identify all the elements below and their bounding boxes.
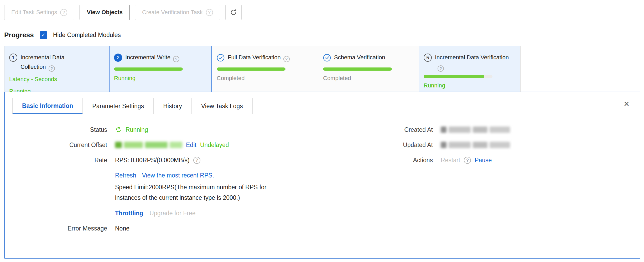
module-cards: 1 Incremental Data Collection? Latency -… [4,46,521,97]
view-recent-rps-link[interactable]: View the most recent RPS. [142,171,214,180]
refresh-icon [230,9,237,16]
create-verification-task-label: Create Verification Task [142,9,203,16]
hide-completed-label: Hide Completed Modules [53,32,121,39]
help-icon[interactable]: ? [206,9,213,16]
tab-bar: Basic Information Parameter Settings His… [13,98,640,114]
upgrade-for-free-label: Upgrade for Free [149,209,195,218]
rate-value: RPS: 0.00RPS/(0.000MB/s) [115,156,190,165]
create-verification-task-button[interactable]: Create Verification Task ? [135,5,220,20]
detail-panel: × Basic Information Parameter Settings H… [4,92,640,259]
step-number-badge: 5 [424,54,432,62]
refresh-rps-link[interactable]: Refresh [115,171,136,180]
check-icon: ✓ [41,32,45,38]
module-title: Incremental Data Verification? [435,53,516,72]
redacted-created-at [441,127,510,133]
progress-bar [114,67,183,71]
module-status: Completed [323,74,414,83]
help-icon[interactable]: ? [438,65,444,72]
tab-view-task-logs[interactable]: View Task Logs [191,98,253,114]
current-offset-label: Current Offset [5,140,107,149]
error-message-row: Error Message None [5,224,333,233]
restart-action[interactable]: Restart [441,156,460,165]
module-card-incremental-data-verification[interactable]: 5 Incremental Data Verification? Running [419,46,521,97]
progress-heading: Progress [4,31,34,39]
module-card-incremental-data-collection[interactable]: 1 Incremental Data Collection? Latency -… [4,46,109,97]
view-objects-label: View Objects [87,9,123,16]
refresh-button[interactable] [225,5,242,20]
step-number-badge: 2 [114,54,122,62]
actions-row: Actions Restart ? Pause [333,156,640,165]
close-icon[interactable]: × [622,99,631,109]
view-objects-button[interactable]: View Objects [80,5,130,20]
help-icon[interactable]: ? [193,157,200,164]
module-card-schema-verification[interactable]: Schema Verification Completed [318,46,419,97]
tab-history[interactable]: History [153,98,192,114]
progress-bar [424,75,492,78]
module-latency: Latency - Seconds [9,75,104,84]
progress-bar [323,67,392,71]
status-row: Status Running [5,125,333,134]
module-title: Incremental Write? [125,53,179,62]
basic-information-content: Status Running Current Offset [5,125,640,239]
created-at-label: Created At [333,125,433,134]
help-icon[interactable]: ? [283,56,290,62]
module-card-full-data-verification[interactable]: Full Data Verification? Completed [212,46,318,97]
created-at-row: Created At [333,125,640,134]
help-icon[interactable]: ? [60,9,67,16]
offset-delay-status: Undelayed [200,140,229,149]
module-title: Schema Verification [334,53,385,62]
status-label: Status [5,125,107,134]
help-icon[interactable]: ? [464,157,471,164]
redacted-updated-at [441,142,510,148]
module-card-incremental-write[interactable]: 2 Incremental Write? Running [109,46,212,97]
completed-check-icon [217,54,225,62]
rate-label: Rate [5,156,107,165]
module-status: Completed [217,74,313,83]
rate-row: Rate RPS: 0.00RPS/(0.000MB/s) ? Refresh … [5,156,333,218]
redacted-offset-value [115,142,182,148]
sync-icon [115,126,122,133]
module-title: Incremental Data Collection? [20,53,86,72]
current-offset-row: Current Offset Edit Undelayed [5,140,333,149]
dts-task-page: Edit Task Settings ? View Objects Create… [0,0,644,262]
progress-bar [217,67,285,71]
throttling-link[interactable]: Throttling [115,209,143,218]
error-message-value: None [115,224,129,233]
edit-task-settings-button[interactable]: Edit Task Settings ? [4,5,74,20]
error-message-label: Error Message [5,224,107,233]
tab-parameter-settings[interactable]: Parameter Settings [82,98,154,114]
pause-action[interactable]: Pause [475,156,492,165]
hide-completed-checkbox[interactable]: ✓ [40,31,47,39]
tab-basic-information[interactable]: Basic Information [12,98,83,114]
help-icon[interactable]: ? [49,65,55,72]
step-number-badge: 1 [9,54,17,62]
edit-task-settings-label: Edit Task Settings [11,9,57,16]
help-icon[interactable]: ? [173,56,179,62]
speed-limit-text: Speed Limit:2000RPS(The maximum number o… [115,182,288,203]
toolbar: Edit Task Settings ? View Objects Create… [4,5,242,20]
updated-at-row: Updated At [333,140,640,149]
progress-section-header: Progress ✓ Hide Completed Modules [4,31,121,39]
module-title: Full Data Verification? [228,53,290,62]
completed-check-icon [323,54,331,62]
edit-offset-link[interactable]: Edit [186,140,196,149]
module-status: Running [424,81,516,90]
updated-at-label: Updated At [333,140,433,149]
actions-label: Actions [333,156,433,165]
module-status: Running [114,74,207,83]
status-value: Running [126,125,148,134]
